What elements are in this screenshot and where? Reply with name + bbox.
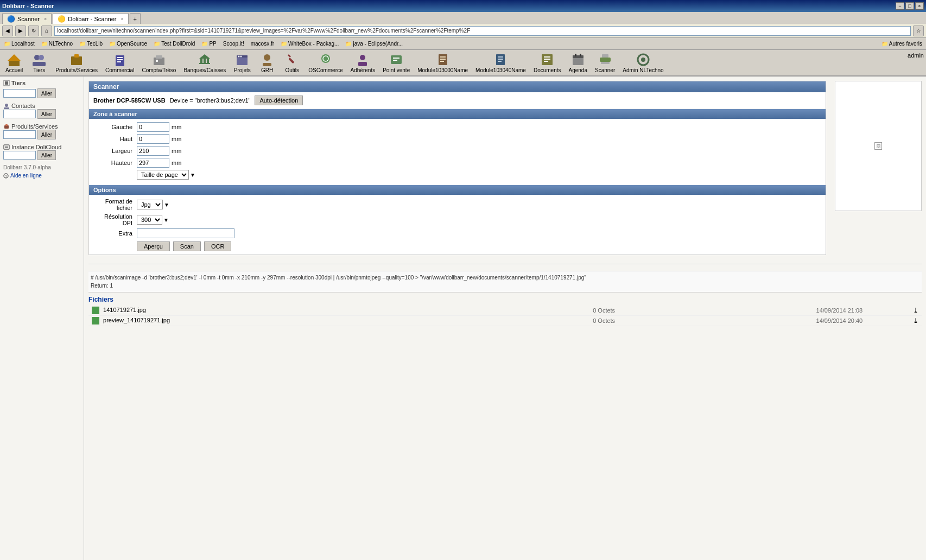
- svg-rect-47: [575, 54, 576, 56]
- bookmark-pp[interactable]: 📁 PP: [200, 40, 218, 47]
- svg-rect-8: [117, 57, 123, 58]
- sidebar-tiers-title: Tiers: [3, 80, 80, 86]
- svg-rect-46: [573, 55, 583, 58]
- scanner-section: Scanner Brother DCP-585CW USB Device = "…: [88, 81, 826, 255]
- files-header: Fichiers: [88, 296, 922, 303]
- toolbar-documents[interactable]: Documents: [530, 51, 565, 74]
- svg-rect-49: [600, 58, 611, 62]
- reload-btn[interactable]: ↻: [28, 26, 39, 36]
- files-table: 1410719271.jpg 0 Octets 14/09/2014 21:08…: [88, 306, 922, 326]
- toolbar-scanner[interactable]: Scanner: [592, 51, 618, 74]
- search-star-icon[interactable]: ☆: [913, 26, 924, 36]
- toolbar-outils[interactable]: Outils: [280, 51, 304, 74]
- aide-link[interactable]: ? Aide en ligne: [3, 173, 80, 179]
- bookmark-testdolidroid[interactable]: 📁 Test DoliDroid: [152, 40, 196, 47]
- extra-input[interactable]: [137, 228, 234, 238]
- new-tab-btn[interactable]: +: [130, 13, 141, 24]
- scan-btn[interactable]: Scan: [173, 241, 201, 251]
- device-info: Device = "brother3:bus2;dev1": [170, 97, 251, 104]
- svg-rect-40: [498, 61, 502, 62]
- command-section: # /usr/bin/scanimage -d 'brother3:bus2;d…: [88, 264, 922, 292]
- back-btn[interactable]: ◀: [2, 26, 13, 36]
- bookmark-whitebox[interactable]: 📁 WhiteBox - Packag...: [279, 40, 340, 47]
- instance-search-input[interactable]: [3, 151, 36, 160]
- toolbar-accueil[interactable]: Accueil: [2, 51, 26, 74]
- svg-rect-59: [5, 124, 8, 126]
- page-size-select[interactable]: Taille de page: [137, 170, 189, 180]
- window-controls[interactable]: − □ ×: [896, 2, 924, 10]
- bookmark-localhost[interactable]: 📁 Localhost: [2, 40, 36, 47]
- toolbar-agenda[interactable]: Agenda: [565, 51, 590, 74]
- toolbar-produits[interactable]: Produits/Services: [52, 51, 101, 74]
- bookmark-nltechno[interactable]: 📁 NLTechno: [40, 40, 74, 47]
- produits-search-input[interactable]: [3, 130, 36, 139]
- home-btn[interactable]: ⌂: [41, 26, 52, 36]
- bookmark-scoopit[interactable]: Scoop.it!: [221, 40, 246, 47]
- auto-detect-btn[interactable]: Auto-détection: [255, 96, 303, 105]
- tiers-aller-btn[interactable]: Aller: [37, 88, 56, 98]
- tab-dolibarr-scanner[interactable]: 🟡 Dolibarr - Scanner ×: [53, 13, 129, 24]
- gauche-unit: mm: [172, 124, 181, 130]
- file-1-size: 0 Octets: [484, 306, 618, 316]
- options-body: Format de fichier Jpg Png Pdf Tiff ▼ Rés…: [89, 195, 826, 254]
- minimize-btn[interactable]: −: [896, 2, 904, 10]
- svg-rect-42: [544, 56, 550, 58]
- file-2-download-icon[interactable]: ⤓: [913, 317, 918, 324]
- sidebar-contacts-label: Contacts: [3, 103, 80, 109]
- address-bar[interactable]: localhost/dolibarr_new/nltechno/scanner/…: [54, 26, 911, 36]
- scanner-panel: Scanner Brother DCP-585CW USB Device = "…: [88, 81, 826, 259]
- file-2-name[interactable]: preview_1410719271.jpg: [88, 316, 484, 326]
- toolbar-tiers[interactable]: Tiers: [27, 51, 51, 74]
- gauche-label: Gauche: [93, 124, 137, 130]
- contacts-search-input[interactable]: [3, 110, 36, 118]
- hauteur-input[interactable]: [137, 158, 169, 168]
- largeur-input[interactable]: [137, 146, 169, 156]
- apercu-btn[interactable]: Aperçu: [137, 241, 170, 251]
- gauche-input[interactable]: [137, 122, 169, 132]
- toolbar-pointvente[interactable]: Point vente: [379, 51, 413, 74]
- produits-aller-btn[interactable]: Aller: [37, 130, 56, 139]
- tab-close-active-icon[interactable]: ×: [121, 16, 124, 22]
- scanner-device-row: Brother DCP-585CW USB Device = "brother3…: [89, 92, 826, 109]
- maximize-btn[interactable]: □: [905, 2, 914, 10]
- bookmark-autres[interactable]: 📁 Autres favoris: [880, 40, 924, 47]
- title-bar: Dolibarr - Scanner − □ ×: [0, 0, 926, 12]
- instance-aller-btn[interactable]: Aller: [37, 150, 56, 160]
- svg-rect-31: [393, 58, 399, 59]
- close-btn[interactable]: ×: [915, 2, 924, 10]
- svg-rect-10: [117, 61, 121, 62]
- options-header: Options: [89, 185, 826, 195]
- toolbar-admin[interactable]: Admin NLTechno: [619, 51, 667, 74]
- contacts-aller-btn[interactable]: Aller: [37, 109, 56, 119]
- svg-rect-36: [440, 61, 444, 62]
- ocr-btn[interactable]: OCR: [204, 241, 231, 251]
- tiers-search-input[interactable]: [3, 89, 36, 98]
- toolbar-oscommerce[interactable]: OSCommerce: [305, 51, 346, 74]
- tab-close-icon[interactable]: ×: [44, 16, 47, 22]
- toolbar-banques[interactable]: Banques/Caisses: [180, 51, 229, 74]
- toolbar-grh[interactable]: GRH: [255, 51, 279, 74]
- toolbar-commercial[interactable]: Commercial: [102, 51, 137, 74]
- dpi-select[interactable]: 75 150 300 600: [137, 215, 162, 225]
- svg-rect-16: [204, 59, 206, 63]
- file-1-actions[interactable]: ⤓: [866, 306, 922, 316]
- forward-btn[interactable]: ▶: [15, 26, 26, 36]
- sidebar-tiers-row: Aller: [3, 88, 80, 98]
- bookmark-opensource[interactable]: 📁 OpenSource: [107, 40, 149, 47]
- toolbar-compta[interactable]: Compta/Tréso: [138, 51, 179, 74]
- toolbar-projets[interactable]: Projets: [230, 51, 254, 74]
- admin-label: admin: [908, 51, 924, 59]
- bookmark-teclib[interactable]: 📁 TecLib: [78, 40, 104, 47]
- file-2-actions[interactable]: ⤓: [866, 316, 922, 326]
- bookmark-macosx[interactable]: macosx.fr: [249, 40, 276, 47]
- toolbar-adherents[interactable]: Adhérents: [347, 51, 379, 74]
- toolbar-module103000[interactable]: Module103000Name: [414, 51, 471, 74]
- toolbar-module103040[interactable]: Module103040Name: [472, 51, 529, 74]
- format-select[interactable]: Jpg Png Pdf Tiff: [137, 200, 163, 209]
- bookmark-java[interactable]: 📁 java - Eclipse(Andr...: [344, 40, 404, 47]
- tab-scanner[interactable]: 🔵 Scanner ×: [2, 13, 52, 24]
- haut-input[interactable]: [137, 134, 169, 144]
- file-1-name[interactable]: 1410719271.jpg: [88, 306, 484, 316]
- file-1-download-icon[interactable]: ⤓: [913, 307, 918, 314]
- svg-rect-25: [288, 58, 294, 63]
